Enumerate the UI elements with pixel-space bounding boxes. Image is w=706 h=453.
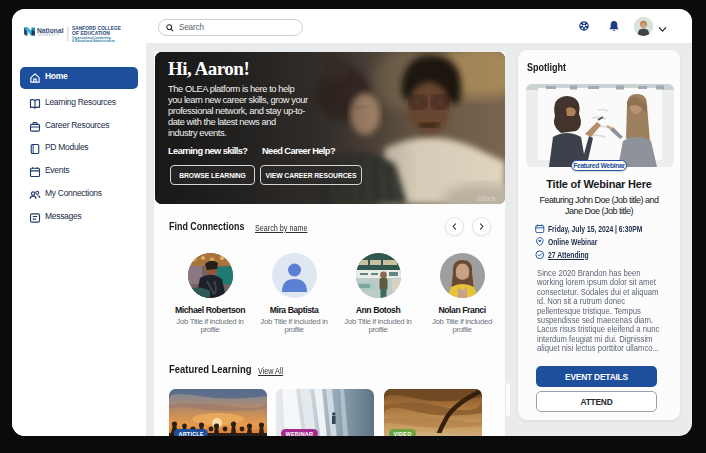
svg-text:OF EDUCATION: OF EDUCATION xyxy=(72,30,110,36)
svg-text:& Educational Administration: & Educational Administration xyxy=(72,39,115,43)
svg-text:iStock: iStock xyxy=(477,195,497,202)
svg-text:U N I V E R S I T Y: U N I V E R S I T Y xyxy=(38,33,59,37)
